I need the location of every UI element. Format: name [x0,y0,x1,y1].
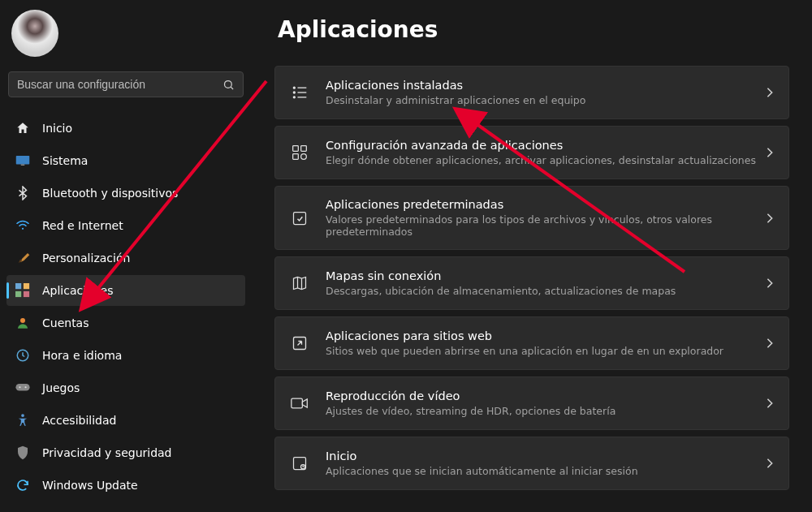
svg-line-1 [231,87,233,89]
card-title: Aplicaciones predeterminadas [326,198,766,211]
chevron-right-icon [766,278,774,289]
sidebar-item-hora[interactable]: Hora e idioma [6,340,245,371]
startup-icon [290,454,309,473]
card-text: Aplicaciones para sitios web Sitios web … [326,329,766,357]
svg-point-14 [21,414,24,417]
chevron-right-icon [766,87,774,98]
avatar[interactable] [11,10,58,57]
svg-rect-5 [15,283,21,289]
chevron-right-icon [766,338,774,349]
card-startup[interactable]: Inicio Aplicaciones que se inician autom… [274,437,789,490]
card-offline-maps[interactable]: Mapas sin conexión Descargas, ubicación … [274,256,789,310]
card-default-apps[interactable]: Aplicaciones predeterminadas Valores pre… [274,186,789,250]
sidebar-item-privacidad[interactable]: Privacidad y seguridad [6,437,245,468]
svg-point-17 [293,92,295,93]
search-input[interactable] [17,78,222,91]
svg-point-4 [22,228,24,230]
sidebar-item-label: Personalización [42,252,130,265]
sidebar-item-sistema[interactable]: Sistema [6,145,245,176]
list-icon [290,83,309,102]
sidebar-item-label: Cuentas [42,316,89,329]
svg-rect-11 [15,384,29,391]
svg-point-19 [293,97,295,98]
svg-rect-21 [293,146,299,152]
card-desc: Sitios web que pueden abrirse en una apl… [326,345,766,357]
sidebar-item-label: Inicio [42,122,72,135]
card-desc: Aplicaciones que se inician automáticame… [326,465,766,477]
svg-rect-23 [293,154,299,160]
svg-point-13 [25,386,27,388]
home-icon [15,120,31,136]
card-desc: Elegir dónde obtener aplicaciones, archi… [326,154,766,166]
card-text: Aplicaciones predeterminadas Valores pre… [326,198,766,238]
sidebar-item-aplicaciones[interactable]: Aplicaciones [6,275,245,306]
sidebar-item-windowsupdate[interactable]: Windows Update [6,470,245,501]
settings-cards: Aplicaciones instaladas Desinstalar y ad… [274,66,789,493]
gamepad-icon [15,380,31,396]
search-icon [222,79,235,91]
svg-point-9 [20,318,25,323]
card-title: Mapas sin conexión [326,269,766,282]
card-video-playback[interactable]: Reproducción de vídeo Ajustes de vídeo, … [274,376,789,430]
sidebar-nav: Inicio Sistema Bluetooth y dispositivos … [6,112,245,501]
default-apps-icon [290,209,309,228]
sidebar-item-inicio[interactable]: Inicio [6,113,245,144]
map-icon [290,273,309,293]
clock-icon [15,347,31,364]
sidebar-item-label: Windows Update [42,479,138,492]
sidebar-item-cuentas[interactable]: Cuentas [6,308,245,338]
card-title: Aplicaciones instaladas [326,79,766,92]
sidebar-item-personalizacion[interactable]: Personalización [6,243,245,273]
card-text: Reproducción de vídeo Ajustes de vídeo, … [326,389,766,417]
main-content: Aplicaciones Aplicaciones instaladas Des… [252,0,812,512]
svg-point-15 [293,87,295,88]
chevron-right-icon [766,398,774,409]
svg-rect-3 [21,165,25,166]
system-icon [15,153,31,169]
account-icon [15,315,31,331]
card-text: Inicio Aplicaciones que se inician autom… [326,450,766,477]
card-desc: Valores predeterminados para los tipos d… [326,213,766,238]
card-text: Configuración avanzada de aplicaciones E… [326,139,766,166]
search-box[interactable] [8,71,244,97]
chevron-right-icon [766,213,774,224]
card-installed-apps[interactable]: Aplicaciones instaladas Desinstalar y ad… [274,66,789,119]
brush-icon [15,250,31,266]
apps-icon [15,282,31,299]
card-advanced-apps[interactable]: Configuración avanzada de aplicaciones E… [274,126,789,179]
sidebar-item-label: Bluetooth y dispositivos [42,187,178,200]
sidebar-item-bluetooth[interactable]: Bluetooth y dispositivos [6,178,245,209]
accessibility-icon [15,412,31,428]
sidebar-item-label: Privacidad y seguridad [42,446,172,459]
page-title: Aplicaciones [278,16,789,43]
card-text: Aplicaciones instaladas Desinstalar y ad… [326,79,766,106]
svg-rect-2 [16,156,30,165]
sidebar-item-accesibilidad[interactable]: Accesibilidad [6,405,245,436]
chevron-right-icon [766,458,774,469]
card-apps-for-websites[interactable]: Aplicaciones para sitios web Sitios web … [274,316,789,370]
svg-rect-6 [24,283,29,289]
shield-icon [15,445,31,461]
sidebar-item-label: Juegos [42,381,80,394]
sidebar: Inicio Sistema Bluetooth y dispositivos … [0,0,252,512]
svg-rect-8 [24,291,29,297]
update-icon [15,477,31,493]
card-desc: Ajustes de vídeo, streaming de HDR, opci… [326,405,766,417]
svg-point-24 [301,154,307,160]
sidebar-item-label: Sistema [42,154,88,167]
svg-rect-7 [15,291,21,297]
sidebar-item-juegos[interactable]: Juegos [6,372,245,403]
apps-settings-icon [290,143,309,162]
chevron-right-icon [766,147,774,158]
open-icon [290,333,309,353]
wifi-icon [15,217,31,234]
sidebar-item-label: Accesibilidad [42,414,116,427]
sidebar-item-label: Red e Internet [42,219,123,232]
sidebar-item-red[interactable]: Red e Internet [6,210,245,241]
bluetooth-icon [15,185,31,201]
card-title: Aplicaciones para sitios web [326,329,766,342]
sidebar-item-label: Aplicaciones [42,284,113,297]
svg-rect-22 [301,146,307,152]
svg-rect-28 [294,458,306,470]
svg-point-12 [19,386,20,388]
